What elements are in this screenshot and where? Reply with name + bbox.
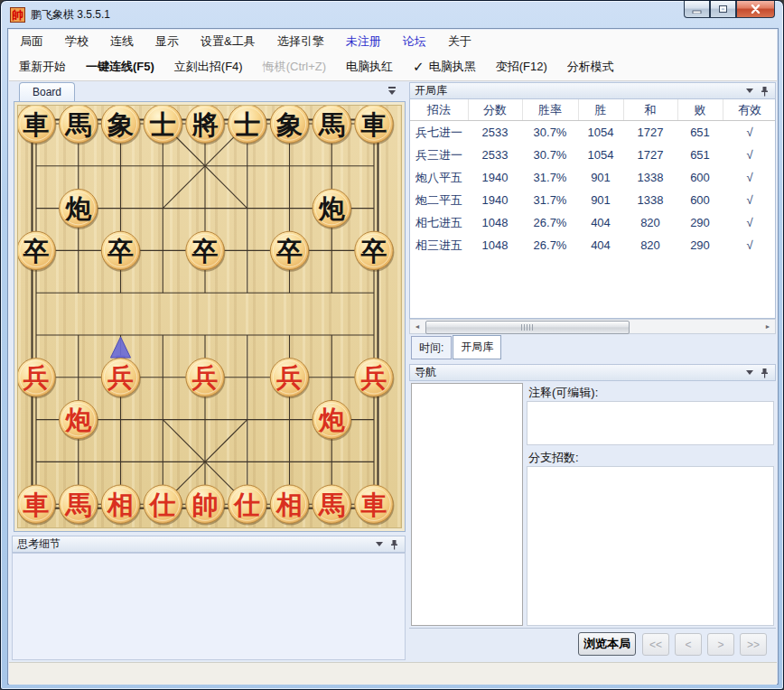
collapse-icon[interactable]	[746, 89, 753, 93]
toolbar-item-变招(F12)[interactable]: 变招(F12)	[486, 59, 557, 75]
table-cell[interactable]: √	[723, 144, 776, 166]
table-cell[interactable]: 1054	[578, 121, 623, 145]
table-cell[interactable]: 31.7%	[522, 166, 578, 189]
table-cell[interactable]: 404	[578, 211, 623, 234]
table-cell[interactable]: √	[723, 166, 776, 189]
table-cell[interactable]: 651	[677, 121, 723, 145]
menu-item-学校[interactable]: 学校	[54, 33, 99, 50]
close-button[interactable]	[736, 1, 775, 18]
menu-item-局面[interactable]: 局面	[9, 33, 54, 50]
piece-兵-red[interactable]: 兵	[355, 359, 395, 399]
piece-車-black[interactable]: 車	[355, 106, 395, 145]
piece-將-black[interactable]: 將	[186, 106, 226, 145]
piece-象-black[interactable]: 象	[270, 106, 310, 145]
table-cell[interactable]: 901	[578, 166, 623, 189]
table-cell[interactable]: 901	[578, 189, 623, 211]
table-cell[interactable]: √	[723, 121, 776, 145]
table-cell[interactable]: 820	[623, 234, 677, 256]
piece-炮-black[interactable]: 炮	[313, 189, 352, 229]
piece-仕-red[interactable]: 仕	[229, 485, 268, 526]
minimize-button[interactable]	[684, 1, 710, 18]
table-cell[interactable]: 炮八平五	[410, 166, 468, 189]
horizontal-scrollbar[interactable]: ◄ ►	[409, 319, 776, 334]
table-row[interactable]: 兵三进一253330.7%10541727651√	[410, 144, 776, 166]
piece-相-red[interactable]: 相	[270, 485, 310, 526]
pin-icon[interactable]	[761, 368, 769, 378]
nav-button->>[interactable]: >>	[740, 633, 767, 656]
piece-士-black[interactable]: 士	[144, 106, 183, 145]
table-cell[interactable]: 兵三进一	[410, 144, 468, 166]
piece-車-red[interactable]: 車	[355, 485, 395, 526]
xiangqi-board[interactable]: 車馬象士將士象馬車炮炮卒卒卒卒卒兵兵兵兵兵炮炮車馬相仕帥仕相馬車	[17, 105, 402, 528]
menu-item-显示[interactable]: 显示	[145, 33, 190, 50]
scroll-left-icon[interactable]: ◄	[410, 320, 425, 333]
table-cell[interactable]: 290	[677, 234, 723, 256]
table-row[interactable]: 相七进五104826.7%404820290√	[410, 211, 776, 234]
scroll-right-icon[interactable]: ►	[761, 320, 775, 333]
table-cell[interactable]: 26.7%	[522, 211, 578, 234]
table-cell[interactable]: 30.7%	[522, 121, 578, 145]
toolbar-item-重新开始[interactable]: 重新开始	[9, 59, 76, 75]
maximize-button[interactable]	[710, 1, 736, 18]
table-row[interactable]: 相三进五104826.7%404820290√	[410, 234, 776, 256]
piece-馬-black[interactable]: 馬	[60, 106, 99, 145]
table-cell[interactable]: 相七进五	[410, 211, 468, 234]
table-row[interactable]: 炮八平五194031.7%9011338600√	[410, 166, 776, 189]
column-header-胜[interactable]: 胜	[578, 99, 623, 121]
piece-馬-red[interactable]: 馬	[313, 485, 352, 526]
browse-game-button[interactable]: 浏览本局	[578, 632, 636, 656]
toolbar-item-分析模式[interactable]: 分析模式	[557, 59, 624, 75]
piece-卒-black[interactable]: 卒	[186, 231, 226, 272]
piece-象-black[interactable]: 象	[101, 106, 141, 145]
column-header-招法[interactable]: 招法	[410, 99, 468, 121]
column-header-胜率[interactable]: 胜率	[522, 99, 578, 121]
table-cell[interactable]: 820	[623, 211, 677, 234]
branch-list[interactable]	[527, 466, 774, 626]
tab-时间[interactable]: 时间:	[411, 336, 452, 359]
table-cell[interactable]: 1727	[623, 144, 677, 166]
piece-卒-black[interactable]: 卒	[355, 231, 395, 272]
piece-馬-red[interactable]: 馬	[60, 485, 99, 526]
move-list[interactable]	[411, 383, 523, 626]
tab-list-icon[interactable]	[387, 87, 397, 95]
table-cell[interactable]: 1054	[578, 144, 623, 166]
table-cell[interactable]: 1048	[468, 234, 522, 256]
tab-board[interactable]: Board	[19, 82, 75, 101]
piece-炮-black[interactable]: 炮	[60, 189, 99, 229]
piece-兵-red[interactable]: 兵	[101, 359, 141, 399]
table-cell[interactable]: 兵七进一	[410, 121, 468, 145]
menu-item-未注册[interactable]: 未注册	[335, 33, 392, 50]
piece-馬-black[interactable]: 馬	[313, 106, 352, 145]
pin-icon[interactable]	[390, 539, 398, 550]
table-cell[interactable]: 1727	[623, 121, 677, 145]
table-cell[interactable]: 相三进五	[410, 234, 468, 256]
nav-button->[interactable]: >	[707, 633, 734, 656]
table-cell[interactable]: 290	[677, 211, 723, 234]
piece-車-black[interactable]: 車	[18, 106, 56, 145]
tab-开局库[interactable]: 开局库	[453, 335, 501, 359]
table-row[interactable]: 兵七进一253330.7%10541727651√	[410, 121, 776, 145]
table-cell[interactable]: 1940	[468, 166, 522, 189]
table-cell[interactable]: 31.7%	[522, 189, 578, 211]
piece-士-black[interactable]: 士	[229, 106, 268, 145]
table-cell[interactable]: 1940	[468, 189, 522, 211]
comment-editor[interactable]	[527, 401, 774, 445]
table-cell[interactable]: 2533	[468, 121, 522, 145]
piece-仕-red[interactable]: 仕	[144, 485, 183, 526]
collapse-icon[interactable]	[746, 370, 753, 375]
table-cell[interactable]: √	[723, 211, 776, 234]
nav-button-<<[interactable]: <<	[642, 633, 669, 656]
collapse-icon[interactable]	[376, 542, 383, 546]
table-cell[interactable]: 30.7%	[522, 144, 578, 166]
column-header-有效[interactable]: 有效	[723, 99, 776, 121]
piece-兵-red[interactable]: 兵	[270, 359, 310, 399]
table-cell[interactable]: 600	[677, 189, 723, 211]
piece-相-red[interactable]: 相	[101, 485, 141, 526]
table-cell[interactable]: 1338	[623, 189, 677, 211]
menu-item-论坛[interactable]: 论坛	[392, 33, 437, 50]
table-cell[interactable]: 炮二平五	[410, 189, 468, 211]
table-cell[interactable]: 651	[677, 144, 723, 166]
column-header-和[interactable]: 和	[623, 99, 677, 121]
column-header-败[interactable]: 败	[677, 99, 723, 121]
toolbar-item-悔棋(Ctrl+Z)[interactable]: 悔棋(Ctrl+Z)	[253, 59, 336, 75]
